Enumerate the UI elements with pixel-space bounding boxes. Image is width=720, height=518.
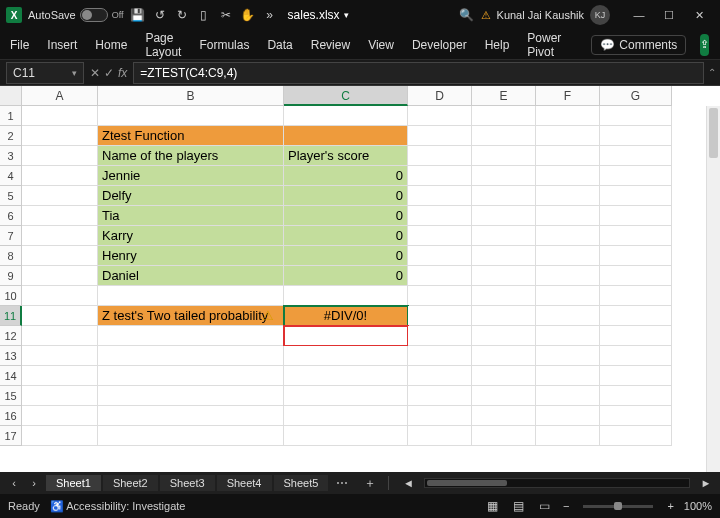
comments-button[interactable]: 💬Comments xyxy=(591,35,686,55)
cell-G7[interactable] xyxy=(600,226,672,246)
cell-F2[interactable] xyxy=(536,126,600,146)
cell-G1[interactable] xyxy=(600,106,672,126)
cell-G2[interactable] xyxy=(600,126,672,146)
cell-B9[interactable]: Daniel xyxy=(98,266,284,286)
qat-more-icon[interactable]: » xyxy=(262,7,278,23)
cell-F5[interactable] xyxy=(536,186,600,206)
ribbon-tab-power-pivot[interactable]: Power Pivot xyxy=(525,27,563,63)
cell-B12[interactable] xyxy=(98,326,284,346)
cell-A17[interactable] xyxy=(22,426,98,446)
row-header-7[interactable]: 7 xyxy=(0,226,22,246)
cell-F4[interactable] xyxy=(536,166,600,186)
cell-B17[interactable] xyxy=(98,426,284,446)
cell-D9[interactable] xyxy=(408,266,472,286)
cell-B4[interactable]: Jennie xyxy=(98,166,284,186)
column-header-C[interactable]: C xyxy=(284,86,408,106)
column-header-B[interactable]: B xyxy=(98,86,284,106)
cell-D16[interactable] xyxy=(408,406,472,426)
ribbon-tab-review[interactable]: Review xyxy=(309,34,352,56)
cell-E8[interactable] xyxy=(472,246,536,266)
close-button[interactable]: ✕ xyxy=(684,3,714,27)
cell-E12[interactable] xyxy=(472,326,536,346)
sheet-tab-sheet5[interactable]: Sheet5 xyxy=(274,475,329,491)
cell-G8[interactable] xyxy=(600,246,672,266)
cell-A9[interactable] xyxy=(22,266,98,286)
cell-B16[interactable] xyxy=(98,406,284,426)
cell-C13[interactable] xyxy=(284,346,408,366)
cell-G3[interactable] xyxy=(600,146,672,166)
cell-A5[interactable] xyxy=(22,186,98,206)
cell-E11[interactable] xyxy=(472,306,536,326)
cell-G11[interactable] xyxy=(600,306,672,326)
cell-B6[interactable]: Tia xyxy=(98,206,284,226)
cell-D3[interactable] xyxy=(408,146,472,166)
minimize-button[interactable]: — xyxy=(624,3,654,27)
cell-E1[interactable] xyxy=(472,106,536,126)
ribbon-tab-home[interactable]: Home xyxy=(93,34,129,56)
cell-E5[interactable] xyxy=(472,186,536,206)
cell-G12[interactable] xyxy=(600,326,672,346)
view-pagebreak-icon[interactable]: ▭ xyxy=(537,498,553,514)
zoom-slider[interactable] xyxy=(583,505,653,508)
ribbon-tab-view[interactable]: View xyxy=(366,34,396,56)
cell-F17[interactable] xyxy=(536,426,600,446)
cell-F9[interactable] xyxy=(536,266,600,286)
cell-C5[interactable]: 0 xyxy=(284,186,408,206)
view-normal-icon[interactable]: ▦ xyxy=(485,498,501,514)
cell-B10[interactable] xyxy=(98,286,284,306)
accessibility-status[interactable]: ♿ Accessibility: Investigate xyxy=(50,500,186,513)
cell-C6[interactable]: 0 xyxy=(284,206,408,226)
user-avatar[interactable]: KJ xyxy=(590,5,610,25)
cell-E7[interactable] xyxy=(472,226,536,246)
cell-F12[interactable] xyxy=(536,326,600,346)
cell-C14[interactable] xyxy=(284,366,408,386)
cell-D11[interactable] xyxy=(408,306,472,326)
cell-F13[interactable] xyxy=(536,346,600,366)
ribbon-tab-page-layout[interactable]: Page Layout xyxy=(143,27,183,63)
cell-E16[interactable] xyxy=(472,406,536,426)
row-header-10[interactable]: 10 xyxy=(0,286,22,306)
search-icon[interactable]: 🔍 xyxy=(459,7,475,23)
cell-B11[interactable]: Z test's Two tailed probability xyxy=(98,306,284,326)
column-header-D[interactable]: D xyxy=(408,86,472,106)
zoom-in-button[interactable]: + xyxy=(667,500,673,512)
ribbon-tab-formulas[interactable]: Formulas xyxy=(197,34,251,56)
hscroll-right[interactable]: ► xyxy=(696,477,716,489)
select-all-corner[interactable] xyxy=(0,86,22,106)
cell-F10[interactable] xyxy=(536,286,600,306)
ribbon-tab-file[interactable]: File xyxy=(8,34,31,56)
horizontal-scrollbar[interactable] xyxy=(424,478,690,488)
filename-dropdown[interactable]: sales.xlsx ▾ xyxy=(288,8,349,22)
cell-B5[interactable]: Delfy xyxy=(98,186,284,206)
cell-C16[interactable] xyxy=(284,406,408,426)
cell-G14[interactable] xyxy=(600,366,672,386)
cell-D8[interactable] xyxy=(408,246,472,266)
cell-D1[interactable] xyxy=(408,106,472,126)
cell-G13[interactable] xyxy=(600,346,672,366)
cell-C8[interactable]: 0 xyxy=(284,246,408,266)
row-header-13[interactable]: 13 xyxy=(0,346,22,366)
row-header-5[interactable]: 5 xyxy=(0,186,22,206)
scrollbar-thumb[interactable] xyxy=(427,480,507,486)
cell-A7[interactable] xyxy=(22,226,98,246)
cell-D6[interactable] xyxy=(408,206,472,226)
cell-A10[interactable] xyxy=(22,286,98,306)
scrollbar-thumb[interactable] xyxy=(709,108,718,158)
hscroll-left[interactable]: ◄ xyxy=(398,477,418,489)
cell-F1[interactable] xyxy=(536,106,600,126)
cell-C10[interactable] xyxy=(284,286,408,306)
sheet-tab-sheet2[interactable]: Sheet2 xyxy=(103,475,158,491)
cell-B3[interactable]: Name of the players xyxy=(98,146,284,166)
zoom-level[interactable]: 100% xyxy=(684,500,712,512)
row-header-11[interactable]: 11 xyxy=(0,306,22,326)
row-header-9[interactable]: 9 xyxy=(0,266,22,286)
cell-B7[interactable]: Karry xyxy=(98,226,284,246)
row-header-14[interactable]: 14 xyxy=(0,366,22,386)
cell-D13[interactable] xyxy=(408,346,472,366)
cell-A13[interactable] xyxy=(22,346,98,366)
cell-C15[interactable] xyxy=(284,386,408,406)
undo-icon[interactable]: ↺ xyxy=(152,7,168,23)
cell-D4[interactable] xyxy=(408,166,472,186)
row-header-3[interactable]: 3 xyxy=(0,146,22,166)
row-header-6[interactable]: 6 xyxy=(0,206,22,226)
